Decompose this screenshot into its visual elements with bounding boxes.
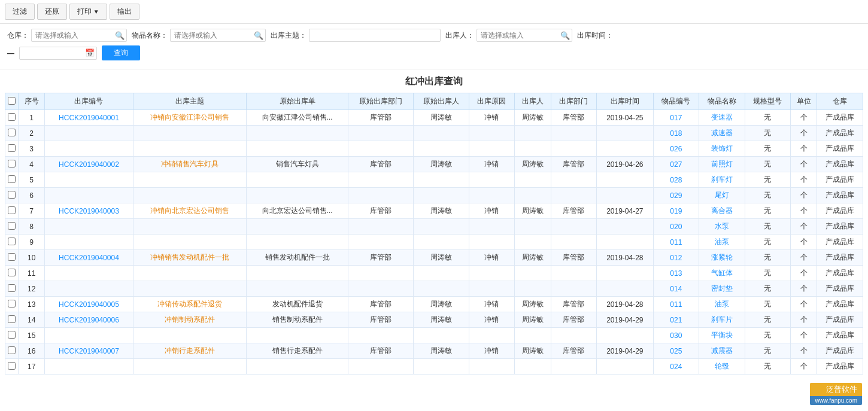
row-checkbox[interactable] — [8, 129, 16, 136]
goods-name-link[interactable]: 减震器 — [711, 346, 733, 355]
cell-original-order — [246, 281, 348, 297]
select-all-checkbox[interactable] — [8, 97, 16, 105]
cell-reason: 冲销 — [469, 343, 515, 359]
row-checkbox[interactable] — [8, 269, 16, 276]
theme-link[interactable]: 冲销制动系配件 — [165, 315, 215, 324]
header-goods-name: 物品名称 — [699, 93, 745, 110]
outbound-time-label: 出库时间： — [577, 31, 613, 41]
outbound-no-link[interactable]: HCCK2019040002 — [59, 160, 119, 169]
table-row: 17024轮毂无个产成品库 — [5, 359, 863, 375]
goods-name-link[interactable]: 水泵 — [715, 222, 729, 230]
outbound-person-input[interactable] — [477, 29, 572, 42]
row-checkbox[interactable] — [8, 175, 16, 183]
outbound-no-link[interactable]: HCCK2019040007 — [59, 347, 119, 355]
header-person: 出库人 — [515, 93, 551, 110]
outbound-no-link[interactable]: HCCK2019040003 — [59, 207, 119, 215]
cell-time — [597, 328, 653, 343]
row-checkbox[interactable] — [8, 113, 16, 121]
goods-no-link[interactable]: 028 — [670, 176, 682, 184]
theme-link[interactable]: 冲销行走系配件 — [165, 346, 215, 355]
goods-name-link[interactable]: 轮毂 — [715, 362, 729, 370]
goods-name-link[interactable]: 气缸体 — [711, 269, 733, 277]
goods-name-link[interactable]: 前照灯 — [711, 160, 733, 168]
cell-spec: 无 — [745, 312, 791, 328]
goods-no-link[interactable]: 020 — [670, 223, 682, 231]
cell-person: 周涛敏 — [515, 297, 551, 312]
theme-link[interactable]: 冲销向北京宏达公司销售 — [150, 206, 229, 215]
outbound-no-link[interactable]: HCCK2019040005 — [59, 300, 119, 309]
warehouse-search-icon[interactable]: 🔍 — [115, 31, 125, 40]
goods-name-link[interactable]: 涨紧轮 — [711, 253, 733, 261]
goods-no-link[interactable]: 025 — [670, 347, 682, 355]
theme-link[interactable]: 冲销传动系配件退货 — [157, 300, 222, 308]
theme-link[interactable]: 冲销向安徽江津公司销售 — [150, 113, 229, 121]
print-button[interactable]: 打印 — [69, 4, 107, 20]
query-button[interactable]: 查询 — [102, 45, 140, 60]
export-button[interactable]: 输出 — [110, 4, 139, 20]
goods-name-link[interactable]: 离合器 — [711, 206, 733, 215]
cell-time: 2019-04-29 — [597, 312, 653, 328]
goods-no-link[interactable]: 024 — [670, 363, 682, 371]
row-checkbox[interactable] — [8, 315, 16, 323]
goods-no-link[interactable]: 030 — [670, 331, 682, 340]
row-checkbox[interactable] — [8, 284, 16, 292]
goods-name-link[interactable]: 变速器 — [711, 113, 733, 121]
outbound-no-link[interactable]: HCCK2019040004 — [59, 254, 119, 262]
goods-name-link[interactable]: 密封垫 — [711, 284, 733, 293]
row-checkbox[interactable] — [8, 191, 16, 199]
theme-link[interactable]: 冲销销售汽车灯具 — [161, 160, 218, 168]
goods-no-link[interactable]: 014 — [670, 285, 682, 293]
goods-no-link[interactable]: 029 — [670, 191, 682, 200]
goods-no-link[interactable]: 027 — [670, 160, 682, 169]
table-row: 9011油泵无个产成品库 — [5, 235, 863, 250]
goods-name-link[interactable]: 尾灯 — [715, 191, 729, 199]
theme-link[interactable]: 冲销销售发动机配件一批 — [150, 253, 229, 261]
outbound-no-link[interactable]: HCCK2019040006 — [59, 316, 119, 324]
outbound-no-link[interactable]: HCCK2019040001 — [59, 114, 119, 122]
goods-name-link[interactable]: 油泵 — [715, 238, 729, 246]
row-checkbox[interactable] — [8, 238, 16, 245]
goods-no-link[interactable]: 017 — [670, 114, 682, 122]
goods-name-search-icon[interactable]: 🔍 — [254, 31, 263, 40]
reset-button[interactable]: 还原 — [37, 4, 67, 20]
goods-name-link[interactable]: 装饰灯 — [711, 144, 733, 153]
cell-dept — [551, 235, 597, 250]
goods-no-link[interactable]: 012 — [670, 254, 682, 262]
header-warehouse: 仓库 — [817, 93, 863, 110]
outbound-person-search-icon[interactable]: 🔍 — [560, 31, 570, 40]
goods-name-link[interactable]: 刹车片 — [711, 315, 733, 324]
goods-name-link[interactable]: 减速器 — [711, 129, 733, 137]
cell-reason — [469, 219, 515, 235]
goods-no-link[interactable]: 011 — [670, 300, 682, 309]
cell-original-dept — [348, 172, 414, 188]
row-checkbox[interactable] — [8, 253, 16, 261]
row-checkbox[interactable] — [8, 144, 16, 152]
cell-dept — [551, 266, 597, 281]
row-checkbox[interactable] — [8, 300, 16, 308]
cell-original-person — [414, 328, 469, 343]
cell-time — [597, 219, 653, 235]
goods-name-link[interactable]: 刹车灯 — [711, 175, 733, 184]
goods-name-link[interactable]: 平衡块 — [711, 331, 733, 339]
goods-no-link[interactable]: 013 — [670, 269, 682, 278]
row-checkbox[interactable] — [8, 331, 16, 339]
filter-button[interactable]: 过滤 — [5, 4, 35, 20]
goods-no-link[interactable]: 018 — [670, 129, 682, 138]
goods-no-link[interactable]: 019 — [670, 207, 682, 215]
row-checkbox[interactable] — [8, 160, 16, 168]
row-checkbox[interactable] — [8, 346, 16, 354]
warehouse-input[interactable] — [31, 29, 127, 42]
goods-name-link[interactable]: 油泵 — [715, 300, 729, 308]
row-checkbox[interactable] — [8, 362, 16, 370]
goods-no-link[interactable]: 011 — [670, 238, 682, 246]
row-checkbox[interactable] — [8, 222, 16, 230]
cell-original-person — [414, 126, 469, 141]
outbound-theme-input[interactable] — [309, 29, 441, 42]
goods-name-input[interactable] — [170, 29, 266, 42]
cell-original-order — [246, 126, 348, 141]
goods-no-link[interactable]: 021 — [670, 316, 682, 324]
row-checkbox[interactable] — [8, 206, 16, 214]
cell-warehouse: 产成品库 — [817, 281, 863, 297]
cell-original-person: 周涛敏 — [414, 157, 469, 172]
goods-no-link[interactable]: 026 — [670, 145, 682, 153]
